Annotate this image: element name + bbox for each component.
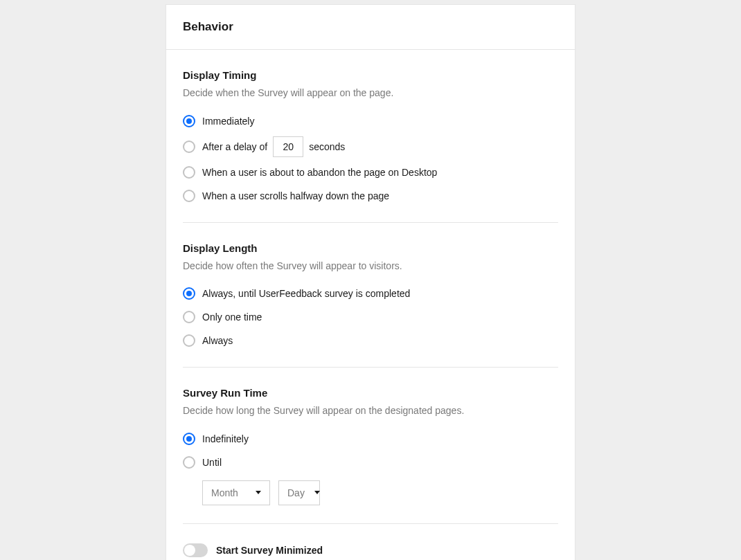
length-option-always[interactable]: Always [183,332,558,349]
radio-icon [183,115,195,127]
radio-label: Only one time [202,311,262,323]
run-time-title: Survey Run Time [183,387,558,399]
run-time-section: Survey Run Time Decide how long the Surv… [183,368,558,524]
display-timing-section: Display Timing Decide when the Survey wi… [183,50,558,223]
runtime-option-until[interactable]: Until [183,454,558,471]
radio-icon [183,433,195,445]
timing-option-scroll[interactable]: When a user scrolls halfway down the pag… [183,188,558,204]
radio-label: Indefinitely [202,433,249,444]
behavior-card: Behavior Display Timing Decide when the … [166,4,575,560]
timing-option-delay[interactable]: After a delay of seconds [183,136,558,157]
length-option-until-complete[interactable]: Always, until UserFeedback survey is com… [183,285,558,302]
delay-suffix: seconds [309,141,345,152]
day-select[interactable]: Day [278,480,320,505]
display-length-desc: Decide how often the Survey will appear … [183,260,558,273]
radio-icon [183,190,195,202]
radio-label: When a user is about to abandon the page… [202,167,437,178]
radio-icon [183,287,195,300]
radio-label: Immediately [202,116,254,127]
radio-icon [183,311,195,323]
chevron-down-icon [314,491,320,494]
day-select-label: Day [287,487,305,498]
month-select-label: Month [211,487,238,498]
display-timing-options: Immediately After a delay of seconds Whe… [183,113,558,204]
minimized-label: Start Survey Minimized [216,545,323,556]
display-length-title: Display Length [183,242,558,254]
radio-label: When a user scrolls halfway down the pag… [202,190,389,201]
card-body: Display Timing Decide when the Survey wi… [166,50,575,560]
minimized-toggle-row: Start Survey Minimized [183,543,558,557]
run-time-options: Indefinitely Until [183,431,558,471]
minimized-section: Start Survey Minimized Survey widget wil… [183,524,558,560]
radio-label: Until [202,457,222,468]
display-length-options: Always, until UserFeedback survey is com… [183,285,558,349]
timing-option-immediately[interactable]: Immediately [183,113,558,129]
radio-icon [183,141,195,153]
card-title: Behavior [183,20,558,34]
radio-icon [183,334,195,347]
radio-label: Always [202,335,233,346]
until-date-row: Month Day [202,480,558,505]
radio-label: Always, until UserFeedback survey is com… [202,288,410,299]
runtime-option-indefinitely[interactable]: Indefinitely [183,431,558,447]
run-time-desc: Decide how long the Survey will appear o… [183,404,558,418]
radio-icon [183,456,195,469]
display-timing-desc: Decide when the Survey will appear on th… [183,87,558,100]
radio-label: After a delay of seconds [202,136,345,157]
display-length-section: Display Length Decide how often the Surv… [183,223,558,368]
card-header: Behavior [166,5,575,50]
delay-seconds-input[interactable] [273,136,303,157]
length-option-one-time[interactable]: Only one time [183,309,558,325]
chevron-down-icon [256,491,261,494]
month-select[interactable]: Month [202,480,270,505]
minimized-toggle[interactable] [183,543,208,557]
delay-prefix: After a delay of [202,141,267,152]
radio-icon [183,166,195,179]
timing-option-abandon[interactable]: When a user is about to abandon the page… [183,164,558,181]
display-timing-title: Display Timing [183,69,558,81]
